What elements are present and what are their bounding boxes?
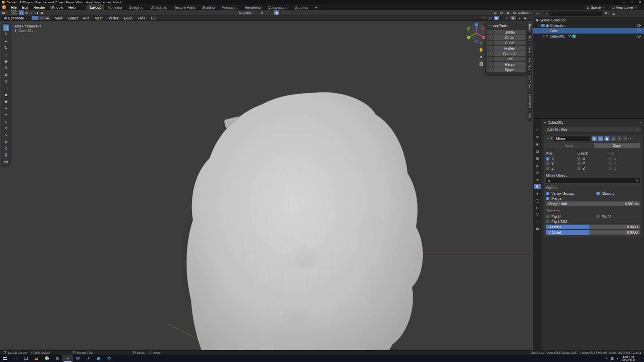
workspace-tab[interactable]: Compositing <box>264 4 291 10</box>
active-tool-icon[interactable]: ▦∨ <box>2 10 7 15</box>
tool-button[interactable]: ◆ <box>3 98 9 105</box>
viewport-menu-item[interactable]: Select <box>66 16 80 20</box>
bisect-y-checkbox[interactable]: ✓ <box>577 162 581 165</box>
viewport-menu-item[interactable]: Add <box>81 16 92 20</box>
select-mode-extend-icon[interactable]: ▧ <box>24 10 29 15</box>
copy-button[interactable]: Copy <box>594 143 640 148</box>
delete-modifier-icon[interactable]: ✕ <box>629 137 632 140</box>
menu-item[interactable]: Render <box>31 5 47 10</box>
hide-eye-icon[interactable] <box>637 29 641 32</box>
looptools-button[interactable]: › Space <box>487 67 526 72</box>
move-down-icon[interactable]: ▼ <box>623 136 627 141</box>
notification-center-icon[interactable]: ▭ <box>638 355 643 362</box>
taskbar-app-icon[interactable]: ○ <box>10 355 21 362</box>
tool-button[interactable]: ∿ <box>3 132 9 138</box>
viewport-menu-item[interactable]: Mesh <box>92 16 106 20</box>
new-collection-icon[interactable]: ⊞ <box>611 11 616 16</box>
cage-toggle-icon[interactable]: △ <box>611 136 616 141</box>
tool-button[interactable]: ≡ <box>3 105 9 111</box>
viewport-toggle-icon[interactable]: ▦ <box>505 10 511 15</box>
expand-icon[interactable]: › <box>487 67 494 72</box>
taskbar-app-icon[interactable]: ▤ <box>31 355 42 362</box>
workspace-tab[interactable]: Modeling <box>104 4 126 10</box>
flip-x-checkbox[interactable]: ✓ <box>608 157 612 161</box>
merge-limit-slider[interactable]: Merge Limit 0.001 m <box>546 201 640 206</box>
taskbar-clock[interactable]: 1:03 PM 8/27/2020 <box>622 355 635 362</box>
sidebar-tab[interactable]: Edit <box>528 111 532 121</box>
workspace-tab[interactable]: Animation <box>218 4 241 10</box>
expand-icon[interactable]: › <box>487 41 494 45</box>
expand-icon[interactable]: › <box>487 30 494 35</box>
mode-dropdown[interactable]: ▦ Edit Mode ∨ <box>2 16 30 20</box>
vertex-groups-checkbox[interactable]: ✓ <box>546 192 549 195</box>
shading-material-icon[interactable]: ◑ <box>517 16 522 20</box>
taskbar-app-icon[interactable]: ⚙ <box>104 355 114 362</box>
workspace-tab[interactable]: + <box>312 4 321 10</box>
menu-item[interactable]: File <box>9 5 19 10</box>
panel-collapse-icon[interactable]: ▼ <box>546 137 549 140</box>
outliner-row-cube[interactable]: ▸ ▽ Cube ▽ <box>533 28 644 34</box>
properties-tab[interactable]: ⊓ <box>534 205 541 210</box>
shading-options-dropdown[interactable]: ∨ <box>529 17 531 19</box>
workspace-tab[interactable]: Scripting <box>291 4 312 10</box>
realtime-toggle-icon[interactable]: ▭ <box>598 136 603 141</box>
pin-icon[interactable]: ⌖ <box>640 120 642 125</box>
axis-x-checkbox[interactable]: ✓ <box>546 157 549 161</box>
looptools-button[interactable]: › Circle <box>487 35 526 40</box>
flip-v-checkbox[interactable]: ✓ <box>596 215 600 218</box>
menu-item[interactable]: Help <box>66 5 78 10</box>
sidebar-tab[interactable]: Tool <box>528 33 532 44</box>
filter-icon[interactable]: ∇∨ <box>604 11 609 16</box>
snap-magnet-icon[interactable]: ∪ <box>259 10 264 15</box>
expand-icon[interactable]: › <box>487 57 494 61</box>
editor-type-icon[interactable]: ≡ <box>534 128 541 133</box>
select-mode-new-icon[interactable]: ▢ <box>19 10 24 15</box>
sidebar-tab[interactable]: MACHIN3 <box>528 92 532 110</box>
hide-eye-icon[interactable] <box>637 24 641 27</box>
proportional-editing-icon[interactable]: ◉ <box>274 10 279 15</box>
tool-button[interactable]: ✂ <box>3 112 9 118</box>
pan-hand-icon[interactable]: ✋ <box>479 47 484 52</box>
face-select-button[interactable]: ▬ <box>44 16 50 20</box>
expand-icon[interactable]: › <box>487 51 494 56</box>
axis-y-checkbox[interactable]: ✓ <box>546 162 549 165</box>
minimize-button[interactable]: – <box>620 1 628 4</box>
viewport-menu-item[interactable]: UV <box>149 16 158 20</box>
u-offset-slider[interactable]: U Offset 0.0000 <box>546 225 640 229</box>
eyedropper-icon[interactable]: ✎ <box>636 179 638 182</box>
bisect-x-checkbox[interactable]: ✓ <box>577 157 581 161</box>
tool-button[interactable]: ⋈ <box>3 159 9 165</box>
tool-button[interactable]: ↺ <box>3 125 9 131</box>
edge-select-button[interactable]: ◊ <box>38 16 44 20</box>
shading-rendered-icon[interactable]: ◉ <box>523 16 528 20</box>
editmode-toggle-icon[interactable]: ▣ <box>604 136 609 141</box>
xray-toggle-icon[interactable]: ▣ <box>494 16 499 20</box>
show-overlays-icon[interactable]: ◫∨ <box>488 16 493 20</box>
scene-selector[interactable]: ◭ Scene ∨ <box>584 5 607 10</box>
tool-button[interactable]: ✎ <box>3 65 9 71</box>
outliner-row-cube-001[interactable]: ▸ ▽ Cube.001 ⚒ ▽ <box>533 34 644 39</box>
taskbar-app-icon[interactable]: ◕ <box>62 355 73 362</box>
workspace-tab[interactable]: Sculpting <box>126 4 147 10</box>
mirror-object-field[interactable]: ▣ ✎ <box>546 178 640 183</box>
show-gizmo-icon[interactable]: ⌖∨ <box>482 16 487 20</box>
expand-icon[interactable]: ▸ <box>543 29 545 32</box>
region-toggle-icon[interactable]: ▧ <box>512 10 517 15</box>
tool-button[interactable]: ○ <box>3 118 9 125</box>
select-mode-intersect-icon[interactable]: ▦ <box>39 10 44 15</box>
sidebar-tab[interactable]: BoxCutter <box>528 73 532 91</box>
snap-options-dropdown[interactable]: ∨ <box>266 11 268 14</box>
3d-viewport[interactable]: User Perspective (1) Cube.001 ▢↖+↻▱◉✎∠⊞↑… <box>0 21 533 350</box>
properties-tab[interactable]: ▣ <box>534 156 541 161</box>
looptools-button[interactable]: › Flatten <box>487 46 526 51</box>
mecha-head-model[interactable] <box>161 86 426 350</box>
outliner-row-scene-collection[interactable]: ▣ Scene Collection <box>533 17 644 23</box>
gizmo-toggle-icon[interactable]: ▤ <box>493 10 498 15</box>
looptools-button[interactable]: › Gstretch <box>487 51 526 56</box>
select-mode-subtract-icon[interactable]: ◫ <box>29 10 34 15</box>
tool-button[interactable]: ◙ <box>3 92 9 98</box>
properties-tab[interactable]: ◐ <box>534 219 541 224</box>
shading-solid-icon[interactable]: ● <box>511 16 516 20</box>
outliner-search-input[interactable]: ⌕ <box>549 11 603 16</box>
tool-button[interactable]: ↑ <box>3 85 9 91</box>
